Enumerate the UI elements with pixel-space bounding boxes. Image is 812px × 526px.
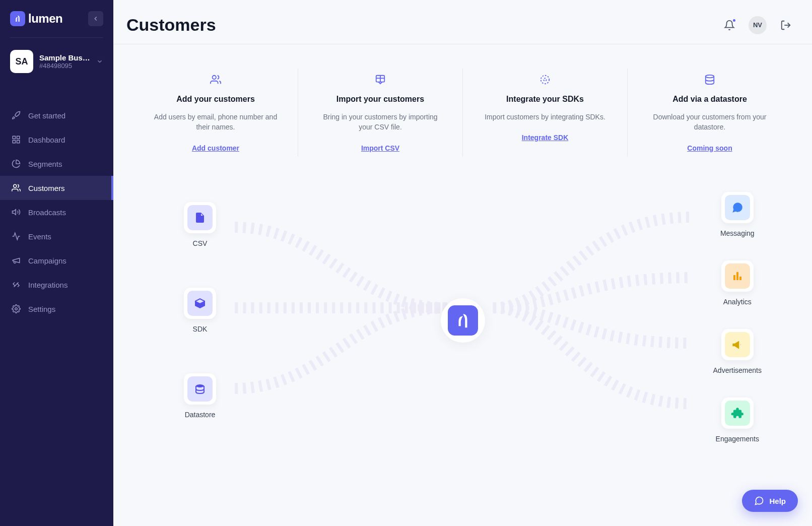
help-chat-icon <box>754 496 764 506</box>
puzzle-icon <box>725 401 750 426</box>
svg-rect-3 <box>13 141 15 143</box>
users-icon <box>11 183 21 193</box>
svg-point-7 <box>213 76 216 79</box>
diagram-label: CSV <box>193 239 208 247</box>
users-icon <box>153 73 279 87</box>
svg-rect-16 <box>736 272 738 280</box>
nav-label: Segments <box>28 160 62 168</box>
svg-rect-15 <box>733 275 735 280</box>
diagram-label: Messaging <box>720 229 755 237</box>
svg-point-14 <box>196 384 204 387</box>
card-desc: Add users by email, phone number and the… <box>153 112 279 133</box>
stack-icon <box>187 376 213 402</box>
gear-icon <box>11 304 21 314</box>
page-title: Customers <box>126 15 216 35</box>
sidebar: lumen SA Sample Bus… #48498095 Get start… <box>0 0 113 526</box>
nav-label: Get started <box>28 111 65 120</box>
nav-label: Dashboard <box>28 136 65 144</box>
logout-button[interactable] <box>780 19 792 31</box>
diagram-output-analytics: Analytics <box>713 260 762 306</box>
diagram-label: Datastore <box>185 411 216 419</box>
nav-get-started[interactable]: Get started <box>0 103 113 127</box>
help-button[interactable]: Help <box>742 490 798 512</box>
activity-icon <box>11 231 21 241</box>
nav-integrations[interactable]: Integrations <box>0 273 113 297</box>
data-flow-diagram: CSV SDK Datastore Messag <box>133 202 792 439</box>
announce-icon <box>11 255 21 266</box>
card-import-customers: Import your customers Bring in your cust… <box>298 69 463 157</box>
nav-broadcasts[interactable]: Broadcasts <box>0 200 113 224</box>
svg-point-12 <box>541 76 550 84</box>
nav-label: Integrations <box>28 281 67 289</box>
card-title: Import your customers <box>317 95 443 104</box>
megaphone-icon <box>11 207 21 217</box>
divider <box>10 37 103 38</box>
business-switcher[interactable]: SA Sample Bus… #48498095 <box>0 45 113 83</box>
nav-settings[interactable]: Settings <box>0 297 113 321</box>
business-info: Sample Bus… #48498095 <box>39 53 90 70</box>
nav-label: Campaigns <box>28 256 66 265</box>
nav-customers[interactable]: Customers <box>0 176 113 200</box>
main: Customers NV Add your customers Add user… <box>113 0 812 526</box>
user-avatar[interactable]: NV <box>749 16 767 34</box>
notification-dot-icon <box>732 18 736 23</box>
table-import-icon <box>317 73 443 87</box>
svg-rect-1 <box>17 136 20 139</box>
lumen-hub-icon <box>448 305 478 336</box>
diagram-label: SDK <box>193 325 208 333</box>
cube-icon <box>187 291 213 316</box>
card-title: Integrate your SDKs <box>482 95 608 104</box>
horn-icon <box>725 332 750 357</box>
collapse-sidebar-button[interactable] <box>88 11 103 26</box>
business-name: Sample Bus… <box>39 53 90 62</box>
help-label: Help <box>769 497 786 505</box>
chevron-down-icon <box>96 58 103 65</box>
plug-icon <box>11 280 21 290</box>
diagram-label: Engagements <box>716 435 759 443</box>
grid-icon <box>11 135 21 145</box>
nav-dashboard[interactable]: Dashboard <box>0 127 113 152</box>
diagram-center-hub <box>441 298 485 343</box>
nav-segments[interactable]: Segments <box>0 152 113 176</box>
primary-nav: Get started Dashboard Segments Customers… <box>0 103 113 321</box>
card-integrate-sdks: Integrate your SDKs Import customers by … <box>463 69 628 157</box>
svg-rect-2 <box>17 141 20 143</box>
svg-point-5 <box>15 308 18 310</box>
notifications-button[interactable] <box>723 19 735 31</box>
add-customer-link[interactable]: Add customer <box>192 144 239 152</box>
svg-point-11 <box>544 78 547 81</box>
card-title: Add via a datastore <box>647 95 773 104</box>
diagram-input-datastore: Datastore <box>184 373 216 419</box>
coming-soon-link[interactable]: Coming soon <box>687 144 732 152</box>
chat-icon <box>725 195 750 220</box>
diagram-label: Analytics <box>723 298 752 306</box>
onboarding-cards-row: Add your customers Add users by email, p… <box>133 69 792 157</box>
card-add-datastore: Add via a datastore Download your custom… <box>628 69 792 157</box>
pie-icon <box>11 159 21 169</box>
business-id: #48498095 <box>39 62 90 70</box>
topbar: Customers NV <box>113 0 812 44</box>
svg-point-13 <box>706 75 714 78</box>
nav-events[interactable]: Events <box>0 224 113 248</box>
sidebar-header: lumen <box>0 0 113 31</box>
nav-label: Events <box>28 232 51 241</box>
diagram-label: Advertisements <box>713 366 762 374</box>
diagram-output-messaging: Messaging <box>713 192 762 237</box>
nav-campaigns[interactable]: Campaigns <box>0 248 113 273</box>
diagram-outputs: Messaging Analytics Advertisements Engag… <box>713 192 762 443</box>
svg-point-4 <box>14 184 17 187</box>
topbar-actions: NV <box>723 16 792 34</box>
integrate-sdk-link[interactable]: Integrate SDK <box>522 134 569 142</box>
nav-label: Settings <box>28 305 55 313</box>
diagram-input-csv: CSV <box>184 202 216 247</box>
card-desc: Import customers by integrating SDKs. <box>482 112 608 122</box>
svg-rect-0 <box>13 136 15 139</box>
svg-rect-17 <box>739 277 741 280</box>
diagram-output-advertisements: Advertisements <box>713 329 762 374</box>
logo[interactable]: lumen <box>10 11 62 26</box>
card-desc: Bring in your customers by importing you… <box>317 112 443 133</box>
target-icon <box>482 73 608 87</box>
import-csv-link[interactable]: Import CSV <box>361 144 399 152</box>
database-icon <box>647 73 773 87</box>
nav-label: Broadcasts <box>28 208 66 217</box>
